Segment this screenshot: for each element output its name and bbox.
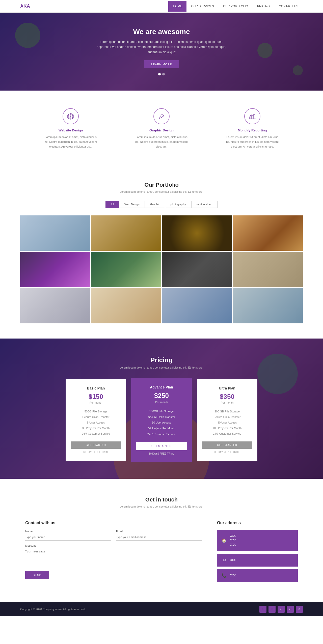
- social-twitter[interactable]: t: [268, 606, 276, 613]
- services-section: Website Design Lorem ipsum dolor sit ame…: [0, 91, 323, 166]
- pricing-card-ultra: Ultra Plan $350 Per month 200 GB File St…: [197, 379, 257, 461]
- portfolio-grid: [20, 215, 303, 323]
- contact-subtitle: Lorem ipsum dolor sit amet, consectetur …: [25, 505, 298, 508]
- pricing-card-basic: Basic Plan $150 Per month 50GB File Stor…: [66, 379, 126, 461]
- ultra-plan-period: Per month: [202, 401, 252, 404]
- monthly-reporting-icon: [244, 108, 260, 124]
- learn-more-button[interactable]: LEARN MORE: [144, 60, 179, 68]
- message-input[interactable]: [25, 548, 202, 563]
- address-card-phone: 📞 XXX: [217, 569, 298, 582]
- ultra-get-started-button[interactable]: GET STARTED: [202, 441, 252, 449]
- ultra-feature-4: 100 Projects Per Month: [202, 425, 252, 431]
- portfolio-item-3[interactable]: [162, 215, 232, 251]
- hero-bg-circle3: [257, 43, 273, 58]
- filter-all[interactable]: All: [105, 201, 119, 208]
- basic-get-started-button[interactable]: GET STARTED: [71, 441, 121, 449]
- service-reporting-text: Lorem ipsum dolor sit amet, dicta albuci…: [225, 135, 280, 149]
- nav-link-contact[interactable]: CONTACT US: [274, 1, 303, 12]
- social-facebook[interactable]: f: [259, 606, 266, 613]
- portfolio-item-1[interactable]: [20, 215, 90, 251]
- social-other[interactable]: 8: [296, 606, 303, 613]
- name-field-group: Name: [25, 530, 111, 541]
- basic-plan-period: Per month: [71, 401, 121, 404]
- footer-copyright: Copyright © 2020 Company name All rights…: [20, 608, 86, 611]
- address-card-location: 🏠 XXX YYY XXX: [217, 530, 298, 551]
- contact-inner: Contact with us Name Email Message SEND …: [25, 521, 298, 584]
- pricing-card-advance: Advance Plan $250 Per month 100GB File S…: [131, 378, 192, 462]
- ultra-trial: 30 DAYS FREE TRIAL: [202, 451, 252, 454]
- advance-feature-1: 100GB File Storage: [136, 408, 187, 414]
- basic-plan-features: 50GB File Storage Secure Onlin Transfer …: [71, 409, 121, 436]
- name-label: Name: [25, 530, 111, 533]
- hero-title: We are awesome: [96, 28, 227, 36]
- pricing-section: Pricing Lorem ipsum dolor sit amet, cons…: [0, 339, 323, 479]
- hero-content: We are awesome Lorem ipsum dolor sit ame…: [96, 28, 227, 75]
- filter-photo[interactable]: photography: [165, 201, 191, 208]
- hero-dots: [96, 73, 227, 75]
- social-linkedin[interactable]: in: [287, 606, 294, 613]
- contact-title: Get in touch: [25, 496, 298, 503]
- service-website-text: Lorem ipsum dolor sit amet, dicta albuci…: [43, 135, 98, 149]
- nav-link-home[interactable]: HOME: [168, 1, 186, 12]
- email-input[interactable]: [116, 534, 202, 541]
- portfolio-item-10[interactable]: [91, 288, 161, 323]
- hero-text: Lorem ipsum dolor sit amet, consectetur …: [96, 39, 227, 55]
- portfolio-subtitle: Lorem ipsum dolor sit amet, consectetur …: [20, 190, 303, 193]
- navbar: AKA HOME OUR SERVICES OUR PORTFOLIO PRIC…: [0, 0, 323, 13]
- advance-trial: 30 DAYS FREE TRIAL: [136, 452, 187, 455]
- service-reporting-title: Monthly Reporting: [225, 128, 280, 132]
- portfolio-item-6[interactable]: [91, 252, 161, 287]
- pricing-subtitle: Lorem ipsum dolor sit amet, consectetur …: [20, 366, 303, 369]
- ultra-feature-5: 24/7 Customer Service: [202, 431, 252, 436]
- portfolio-title: Our Portfolio: [20, 182, 303, 188]
- service-graphic-design: Graphic Design Lorem ipsum dolor sit ame…: [134, 108, 189, 149]
- ultra-plan-price: $350: [202, 393, 252, 401]
- nav-link-portfolio[interactable]: OUR PORTFOLIO: [219, 1, 253, 12]
- basic-feature-1: 50GB File Storage: [71, 409, 121, 414]
- portfolio-item-8[interactable]: [233, 252, 303, 287]
- portfolio-item-5[interactable]: [20, 252, 90, 287]
- svg-rect-7: [250, 117, 251, 119]
- service-website-title: Website Design: [43, 128, 98, 132]
- ultra-plan-name: Ultra Plan: [202, 386, 252, 390]
- portfolio-item-12[interactable]: [233, 288, 303, 323]
- service-website-design: Website Design Lorem ipsum dolor sit ame…: [43, 108, 98, 149]
- basic-trial: 30 DAYS FREE TRIAL: [71, 451, 121, 454]
- filter-motion[interactable]: motion video: [191, 201, 218, 208]
- filter-web[interactable]: Web Design: [119, 201, 145, 208]
- advance-feature-2: Secure Onlin Transfer: [136, 414, 187, 420]
- message-label: Message: [25, 544, 202, 547]
- hero-dot-2[interactable]: [162, 73, 165, 75]
- service-graphic-text: Lorem ipsum dolor sit amet, dicta albuci…: [134, 135, 189, 149]
- footer: Copyright © 2020 Company name All rights…: [0, 602, 323, 616]
- name-input[interactable]: [25, 534, 111, 541]
- portfolio-item-11[interactable]: [162, 288, 232, 323]
- send-button[interactable]: SEND: [25, 571, 49, 579]
- hero-dot-1[interactable]: [158, 73, 161, 75]
- basic-feature-5: 24/7 Customer Service: [71, 431, 121, 436]
- portfolio-item-4[interactable]: [233, 215, 303, 251]
- email-label: Email: [116, 530, 202, 533]
- advance-plan-period: Per month: [136, 401, 187, 404]
- portfolio-filters: All Web Design Graphic photography motio…: [20, 201, 303, 208]
- basic-feature-3: 5 User Access: [71, 420, 121, 425]
- ultra-plan-features: 200 GB File Storage Secure Onlin Transfe…: [202, 409, 252, 436]
- contact-address: Our address 🏠 XXX YYY XXX ✉ XXX 📞 XXX: [217, 521, 298, 584]
- nav-link-pricing[interactable]: PRICING: [253, 1, 274, 12]
- nav-links: HOME OUR SERVICES OUR PORTFOLIO PRICING …: [168, 1, 303, 12]
- basic-feature-4: 30 Projects Per Month: [71, 425, 121, 431]
- address-text: XXX YYY XXX: [230, 534, 236, 547]
- portfolio-item-2[interactable]: [91, 215, 161, 251]
- ultra-feature-3: 30 User Access: [202, 420, 252, 425]
- email-icon: ✉: [222, 558, 227, 563]
- service-monthly-reporting: Monthly Reporting Lorem ipsum dolor sit …: [225, 108, 280, 149]
- hero-bg-circle2: [15, 23, 40, 48]
- filter-graphic[interactable]: Graphic: [145, 201, 165, 208]
- social-instagram[interactable]: in: [278, 606, 285, 613]
- nav-link-services[interactable]: OUR SERVICES: [186, 1, 218, 12]
- advance-feature-4: 50 Projects Per Month: [136, 426, 187, 431]
- portfolio-item-7[interactable]: [162, 252, 232, 287]
- portfolio-item-9[interactable]: [20, 288, 90, 323]
- phone-text: XXX: [230, 573, 236, 578]
- advance-get-started-button[interactable]: GET STARTED: [136, 442, 187, 450]
